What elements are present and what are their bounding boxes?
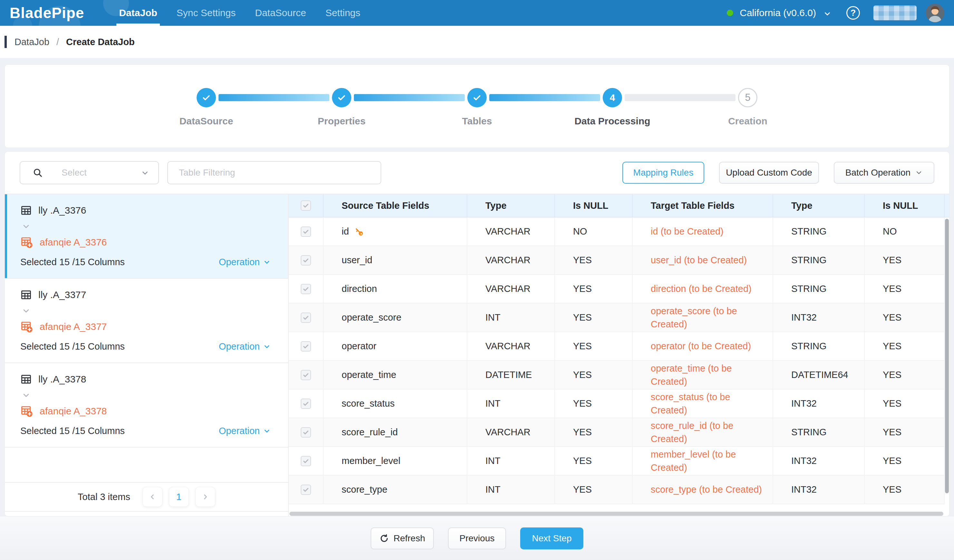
source-field-type: INT <box>467 476 555 504</box>
operation-label: Operation <box>219 341 260 352</box>
operation-label: Operation <box>219 257 260 268</box>
step-label: Tables <box>462 116 492 127</box>
avatar[interactable] <box>926 3 944 22</box>
target-field-name: score_status (to be Created) <box>651 390 765 417</box>
content-split: lly .A_3376 afanqie A_3376 Selec <box>5 194 949 516</box>
table-row: direction VARCHAR YES direction (to be C… <box>289 275 945 303</box>
source-field-type: INT <box>467 390 555 418</box>
source-field-name: operate_time <box>341 370 396 380</box>
target-table-name: afanqie A_3377 <box>40 321 107 332</box>
expand-caret[interactable] <box>22 221 275 232</box>
row-checkbox[interactable] <box>301 255 311 266</box>
pagination-next-button[interactable] <box>195 487 215 507</box>
operation-dropdown[interactable]: Operation <box>219 426 271 436</box>
step-check-icon <box>467 88 487 107</box>
chevron-down-icon[interactable] <box>823 10 831 18</box>
source-table-name: lly .A_3377 <box>38 289 86 300</box>
source-field-nullable: YES <box>555 303 633 331</box>
expand-caret[interactable] <box>22 390 275 401</box>
selected-columns-text: Selected 15 /15 Columns <box>20 426 125 436</box>
row-checkbox[interactable] <box>301 398 311 409</box>
row-checkbox[interactable] <box>301 456 311 466</box>
source-field-nullable: YES <box>555 275 633 303</box>
pagination-prev-button[interactable] <box>142 487 162 507</box>
batch-operation-button[interactable]: Batch Operation <box>834 162 934 184</box>
step-connector <box>489 94 600 101</box>
target-field-type: INT32 <box>773 447 865 475</box>
upload-custom-code-button[interactable]: Upload Custom Code <box>719 162 819 184</box>
horizontal-scrollbar <box>289 511 945 516</box>
table-row: score_type INT YES score_type (to be Cre… <box>289 476 945 504</box>
row-checkbox[interactable] <box>301 427 311 437</box>
toolbar-actions: Mapping Rules Upload Custom Code Batch O… <box>622 162 934 184</box>
target-field-nullable: YES <box>865 275 945 303</box>
table-row: operate_score INT YES operate_score (to … <box>289 303 945 332</box>
table-row: score_rule_id VARCHAR YES score_rule_id … <box>289 418 945 447</box>
column-header-type: Type <box>467 194 555 217</box>
table-header-row: Source Table Fields Type Is NULL Target … <box>289 194 949 218</box>
breadcrumb-parent-link[interactable]: DataJob <box>14 37 49 47</box>
source-field-nullable: YES <box>555 476 633 504</box>
table-grid-icon <box>20 373 32 385</box>
table-body: id VARCHAR NO id (to be Created) STRING … <box>289 218 945 512</box>
pagination-page-1[interactable]: 1 <box>169 487 189 507</box>
row-checkbox[interactable] <box>301 313 311 323</box>
environment-selector[interactable]: California (v0.6.0) <box>740 8 816 19</box>
source-field-type: VARCHAR <box>467 246 555 274</box>
nav-menu-item[interactable]: DataSource <box>245 0 315 26</box>
operation-dropdown[interactable]: Operation <box>219 341 271 352</box>
nav-menu-item[interactable]: Sync Settings <box>167 0 245 26</box>
search-icon <box>33 168 43 178</box>
nav-right-section: California (v0.6.0) ? <box>727 3 944 22</box>
row-checkbox[interactable] <box>301 341 311 352</box>
wizard-stepper: DataSource Properties Tables 4 Data Proc… <box>5 65 949 107</box>
vertical-scrollbar <box>945 218 949 511</box>
batch-operation-label: Batch Operation <box>845 168 910 178</box>
target-field-nullable: YES <box>865 246 945 274</box>
row-checkbox[interactable] <box>301 485 311 495</box>
row-checkbox[interactable] <box>301 227 311 237</box>
next-step-button[interactable]: Next Step <box>520 527 583 549</box>
target-field-name: operate_score (to be Created) <box>651 305 765 331</box>
table-list-item[interactable]: lly .A_3376 afanqie A_3376 Selec <box>5 194 288 279</box>
target-field-type: DATETIME64 <box>773 361 865 389</box>
target-table-name: afanqie A_3376 <box>40 237 107 248</box>
pagination-total: Total 3 items <box>78 492 130 502</box>
source-field-name: id <box>341 226 349 237</box>
source-field-type: VARCHAR <box>467 275 555 303</box>
nav-menu-item[interactable]: DataJob <box>109 0 167 26</box>
step-label: Properties <box>318 116 365 127</box>
chevron-down-icon[interactable] <box>141 169 149 177</box>
vertical-scrollbar-thumb[interactable] <box>945 219 949 493</box>
table-filter-input[interactable] <box>167 161 381 184</box>
target-field-nullable: YES <box>865 447 945 475</box>
step-label: DataSource <box>179 116 233 127</box>
breadcrumb: DataJob / Create DataJob <box>0 26 954 58</box>
table-row: score_status INT YES score_status (to be… <box>289 390 945 418</box>
table-list-item[interactable]: lly .A_3377 afanqie A_3377 Selec <box>5 279 288 363</box>
target-table-name: afanqie A_3378 <box>40 406 107 417</box>
help-icon[interactable]: ? <box>846 6 860 20</box>
mapping-rules-button[interactable]: Mapping Rules <box>622 162 704 184</box>
step-connector <box>354 94 465 101</box>
expand-caret[interactable] <box>22 305 275 317</box>
brand-logo[interactable]: BladePipe <box>10 4 84 22</box>
target-field-nullable: YES <box>865 332 945 360</box>
table-list-item[interactable]: lly .A_3378 afanqie A_3378 Selec <box>5 363 288 448</box>
target-field-name: user_id (to be Created) <box>651 254 747 267</box>
row-checkbox[interactable] <box>301 370 311 380</box>
source-table-name: lly .A_3376 <box>38 205 86 216</box>
nav-menu-item[interactable]: Settings <box>316 0 370 26</box>
table-list-filler <box>5 448 288 482</box>
table-list-pagination: Total 3 items 1 <box>5 482 288 512</box>
row-checkbox[interactable] <box>301 284 311 294</box>
target-field-nullable: YES <box>865 476 945 504</box>
horizontal-scrollbar-thumb[interactable] <box>290 512 943 516</box>
target-field-nullable: NO <box>865 218 945 246</box>
refresh-button[interactable]: Refresh <box>371 527 434 549</box>
previous-button[interactable]: Previous <box>448 527 506 549</box>
top-navigation: BladePipe DataJob Sync Settings DataSour… <box>0 0 954 26</box>
operation-dropdown[interactable]: Operation <box>219 257 271 268</box>
table-list: lly .A_3376 afanqie A_3376 Selec <box>5 194 288 448</box>
select-all-checkbox[interactable] <box>301 201 311 211</box>
